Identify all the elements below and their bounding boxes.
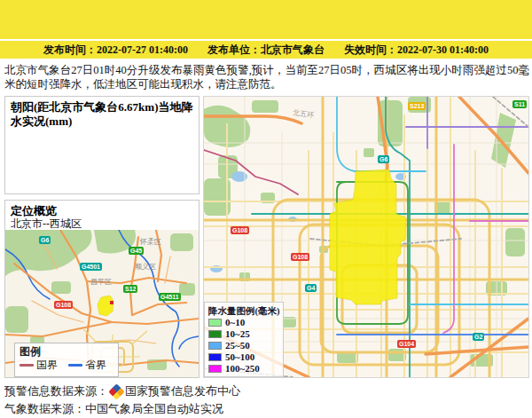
weather-source-line: 气象数据来源：中国气象局全国自动站实况	[4, 400, 528, 418]
district-label: 顺义区	[135, 264, 156, 271]
legend-row: 0~10	[208, 317, 279, 328]
station-panel-title: 朝阳(距北京市气象台6.67km)当地降水实况(mm)	[11, 100, 193, 129]
district-label: 怀柔区	[140, 239, 161, 246]
legend-label: 0~10	[225, 318, 245, 327]
legend-label: 25~50	[225, 341, 250, 351]
legend-swatch	[208, 353, 222, 361]
location-panel-title: 定位概览	[11, 204, 193, 217]
road-badge: G108	[291, 253, 309, 261]
legend-swatch	[208, 342, 222, 350]
road-badge: G6	[39, 236, 51, 244]
road-badge: G108	[54, 301, 73, 309]
legend-label: 50~100	[225, 352, 254, 362]
warning-source-line: 预警信息数据来源： 国家预警信息发布中心	[4, 383, 528, 400]
weather-source-text: 气象数据来源：中国气象局全国自动站实况	[4, 401, 223, 417]
district-label: 昌平区	[90, 279, 112, 286]
location-panel-subtitle: 北京市--西城区	[11, 217, 193, 230]
legend-swatch	[208, 365, 222, 373]
publish-time: 发布时间：2022-07-27 01:40:00	[43, 43, 188, 58]
main-warning-map[interactable]: G6 S213 S11 G108 G108 G4 G104 G2 北五环 降水量…	[203, 96, 529, 378]
warning-source-name: 国家预警信息发布中心	[125, 383, 240, 399]
road-badge: G108	[231, 226, 249, 234]
legend-item-national-border: 国界	[20, 358, 58, 373]
legend-swatch	[208, 330, 222, 338]
precipitation-legend: 降水量图例(毫米) 0~10 10~25 25~50 50~100 100~25…	[204, 302, 284, 377]
road-badge: G4511	[159, 293, 181, 301]
legend-label: 10~25	[225, 329, 250, 339]
station-precip-panel: 朝阳(距北京市气象台6.67km)当地降水实况(mm)	[4, 96, 200, 194]
location-overview-panel: 定位概览 北京市--西城区	[4, 200, 200, 378]
station-marker	[110, 301, 113, 304]
legend-label: 国界	[36, 358, 58, 373]
precipitation-legend-title: 降水量图例(毫米)	[208, 305, 279, 317]
publish-unit: 发布单位：北京市气象台	[207, 43, 325, 58]
legend-swatch	[208, 319, 222, 327]
boundary-legend-title: 图例	[20, 345, 113, 358]
legend-item-province-border: 省界	[68, 358, 106, 373]
data-sources: 预警信息数据来源： 国家预警信息发布中心 气象数据来源：中国气象局全国自动站实况	[4, 383, 528, 418]
meta-bar: 发布时间：2022-07-27 01:40:00 发布单位：北京市气象台 失效时…	[0, 41, 532, 59]
warning-description: 北京市气象台27日01时40分升级发布暴雨黄色预警,预计，当前至27日05时，西…	[4, 64, 529, 91]
road-badge: G6	[378, 155, 389, 163]
road-badge: G4501	[80, 263, 102, 271]
legend-row: 25~50	[208, 340, 279, 351]
warning-page: 发布时间：2022-07-27 01:40:00 发布单位：北京市气象台 失效时…	[0, 0, 532, 418]
province-border-line-icon	[68, 364, 82, 367]
national-warning-center-logo-icon	[108, 383, 124, 399]
road-badge: S12	[123, 285, 137, 293]
legend-label: 100~250	[225, 364, 260, 374]
national-border-line-icon	[20, 364, 34, 367]
road-badge: G104	[397, 340, 416, 348]
road-badge: G4	[305, 284, 317, 292]
road-badge: S11	[512, 100, 527, 108]
legend-row: 10~25	[208, 328, 279, 340]
road-badge: G45	[129, 247, 144, 255]
legend-row: 50~100	[208, 351, 279, 363]
legend-row: 100~250	[208, 363, 279, 375]
boundary-legend: 图例 国界 省界	[14, 343, 119, 377]
expire-time: 失效时间：2022-07-30 01:40:00	[344, 43, 489, 58]
warning-banner	[0, 0, 532, 39]
road-badge: S213	[408, 102, 426, 110]
warning-source-prefix: 预警信息数据来源：	[4, 383, 108, 399]
road-badge: G2	[473, 333, 484, 341]
legend-label: 省界	[85, 358, 106, 373]
